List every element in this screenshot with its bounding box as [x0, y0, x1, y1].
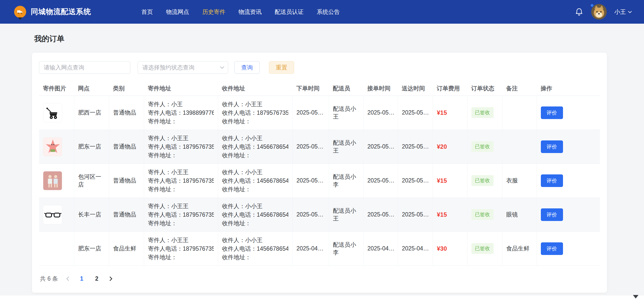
wagon-image: [43, 103, 62, 122]
bottom-strip: [0, 295, 644, 299]
pagination: 共 6 条 1 2: [40, 275, 600, 283]
accept-time-cell: 2025-05…: [363, 198, 398, 232]
sender-addr: 寄件地址：: [148, 219, 214, 228]
sender-address-cell: 寄件人：小王王 寄件人电话：18795767359 寄件地址：: [144, 164, 218, 198]
sender-phone: 寄件人电话：18795767359: [148, 210, 214, 219]
nav-item-courier-auth[interactable]: 配送员认证: [275, 8, 304, 16]
accept-time-cell: 2025-04…: [363, 232, 398, 266]
evaluate-button[interactable]: 评价: [541, 208, 563, 221]
next-page-button[interactable]: [108, 276, 114, 281]
note-cell: [502, 130, 537, 164]
app-header: 同城物流配送系统 首页 物流网点 历史寄件 物流资讯 配送员认证 系统公告: [0, 0, 644, 24]
order-time-cell: 2025-05…: [292, 96, 329, 130]
courier-cell: 配送员小李: [329, 232, 363, 266]
deliver-time-cell: 2025-05…: [398, 164, 433, 198]
site-cell: 包河区一店: [74, 164, 109, 198]
cost-cell: ¥15: [437, 109, 447, 116]
empty-image-cell: [39, 232, 74, 266]
deliver-time-cell: 2025-05…: [398, 96, 433, 130]
receiver-address-cell: 收件人：小小王 收件人电话：14566786545 收件地址：: [218, 198, 292, 232]
column-header-image: 寄件图片: [39, 81, 74, 96]
total-count: 共 6 条: [40, 275, 58, 283]
column-header-actions: 操作: [537, 81, 600, 96]
receiver-name: 收件人：小小王: [222, 168, 288, 176]
sender-phone: 寄件人电话：18795767359: [148, 244, 214, 253]
page-button-1[interactable]: 1: [77, 275, 86, 282]
page-button-2[interactable]: 2: [93, 275, 101, 282]
order-time-cell: 2025-04…: [292, 232, 329, 266]
status-select[interactable]: 请选择预约状态查询: [138, 61, 228, 74]
starfish-image: [43, 137, 62, 156]
query-button[interactable]: 查询: [234, 61, 260, 74]
order-time-cell: 2025-05…: [292, 130, 329, 164]
nav-item-news[interactable]: 物流资讯: [238, 8, 262, 16]
brand-title: 同城物流配送系统: [31, 7, 91, 17]
courier-cell: 配送员小王: [329, 198, 363, 232]
status-badge: 已签收: [471, 141, 494, 152]
site-cell: 肥西一店: [74, 96, 109, 130]
glasses-image: [43, 205, 62, 224]
column-header-accept-time: 接单时间: [363, 81, 398, 96]
page-title: 我的订单: [34, 34, 644, 44]
chevron-down-icon: [220, 66, 224, 69]
site-cell: 肥东一店: [74, 130, 109, 164]
status-badge: 已签收: [471, 175, 494, 186]
bell-icon[interactable]: [575, 7, 584, 16]
category-cell: 普通物品: [109, 130, 144, 164]
deliver-time-cell: 2025-04…: [398, 232, 433, 266]
deliver-time-cell: 2025-05…: [398, 198, 433, 232]
nav-item-home[interactable]: 首页: [141, 8, 153, 16]
nav-item-history[interactable]: 历史寄件: [202, 8, 225, 16]
table-row: 肥东一店 普通物品 寄件人：小王王 寄件人电话：18795767359 寄件地址…: [39, 130, 600, 164]
column-header-deliver-time: 送达时间: [398, 81, 433, 96]
reset-button[interactable]: 重置: [269, 61, 294, 74]
receiver-address-cell: 收件人：小小王 收件人电话：14566786545 收件地址：: [218, 130, 292, 164]
header-right: 小王: [575, 4, 632, 20]
note-cell: 眼镜: [502, 198, 537, 232]
status-badge: 已签收: [471, 209, 494, 220]
receiver-phone: 收件人电话：18795767359: [222, 108, 288, 117]
courier-cell: 配送员小李: [329, 164, 363, 198]
evaluate-button[interactable]: 评价: [541, 106, 563, 119]
receiver-name: 收件人：小小王: [222, 202, 288, 210]
nav-item-network[interactable]: 物流网点: [166, 8, 189, 16]
filter-bar: 请选择预约状态查询 查询 重置: [39, 61, 600, 74]
category-cell: 普通物品: [109, 96, 144, 130]
accept-time-cell: 2025-05…: [363, 164, 398, 198]
accept-time-cell: 2025-05…: [363, 130, 398, 164]
receiver-phone: 收件人电话：14566786545: [222, 210, 288, 219]
sender-phone: 寄件人电话：13988997766: [148, 108, 214, 117]
triangle-down-icon[interactable]: [633, 295, 638, 298]
cost-cell: ¥15: [437, 211, 447, 218]
order-time-cell: 2025-05…: [292, 198, 329, 232]
prev-page-button[interactable]: [65, 276, 71, 281]
courier-cell: 配送员小王: [329, 96, 363, 130]
evaluate-button[interactable]: 评价: [541, 174, 563, 187]
receiver-name: 收件人：小王王: [222, 100, 288, 108]
evaluate-button[interactable]: 评价: [541, 140, 563, 153]
receiver-name: 收件人：小小王: [222, 236, 288, 244]
logo-truck-icon: [14, 6, 26, 18]
cost-cell: ¥20: [437, 143, 447, 150]
receiver-address-cell: 收件人：小小王 收件人电话：14566786545 收件地址：: [218, 164, 292, 198]
sender-phone: 寄件人电话：18795767359: [148, 176, 214, 185]
receiver-phone: 收件人电话：14566786545: [222, 176, 288, 185]
receiver-addr: 收件地址：: [222, 253, 288, 261]
receiver-addr: 收件地址：: [222, 117, 288, 126]
cost-cell: ¥15: [437, 177, 447, 184]
user-menu[interactable]: 小王: [614, 8, 632, 16]
status-badge: 已签收: [471, 107, 494, 118]
category-cell: 食品生鲜: [109, 232, 144, 266]
clothes-image: [43, 171, 62, 190]
column-header-category: 类别: [109, 81, 144, 96]
evaluate-button[interactable]: 评价: [541, 242, 563, 255]
receiver-address-cell: 收件人：小王王 收件人电话：18795767359 收件地址：: [218, 96, 292, 130]
receiver-addr: 收件地址：: [222, 185, 288, 194]
cost-cell: ¥30: [437, 245, 447, 252]
avatar[interactable]: [591, 4, 607, 20]
column-header-receiver-address: 收件地址: [218, 81, 292, 96]
column-header-note: 备注: [502, 81, 537, 96]
site-search-input[interactable]: [39, 61, 130, 74]
sender-addr: 寄件地址：: [148, 117, 214, 126]
nav-item-announcements[interactable]: 系统公告: [317, 8, 340, 16]
